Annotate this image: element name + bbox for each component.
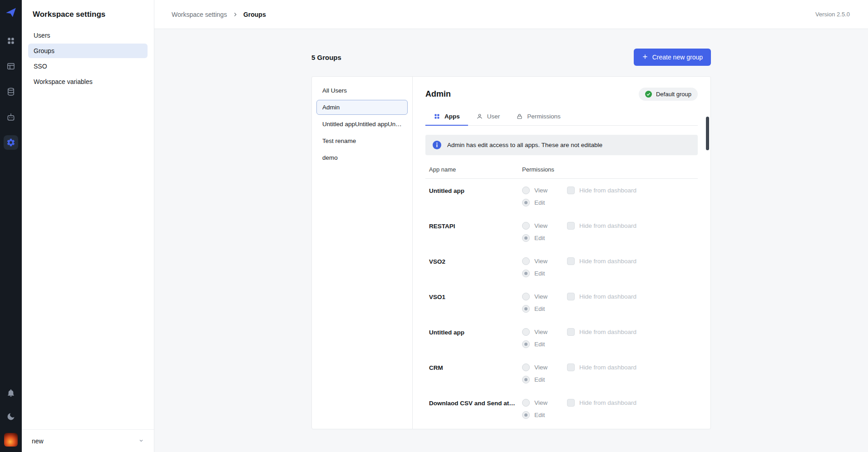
app-name: Downlaod CSV and Send attac... xyxy=(429,399,522,419)
edit-radio[interactable] xyxy=(522,234,530,242)
group-list-item[interactable]: demo xyxy=(316,150,408,165)
hide-from-dashboard-checkbox[interactable] xyxy=(567,222,575,230)
user-tab-icon xyxy=(476,113,483,120)
breadcrumb-root[interactable]: Workspace settings xyxy=(172,11,227,18)
check-circle-icon xyxy=(645,91,652,98)
create-new-group-button[interactable]: Create new group xyxy=(634,49,711,66)
hide-from-dashboard-group: Hide from dashboard xyxy=(567,187,636,194)
create-new-group-label: Create new group xyxy=(652,54,703,61)
tables-icon[interactable] xyxy=(4,59,18,74)
tab-apps[interactable]: Apps xyxy=(425,108,468,126)
sidebar-title: Workspace settings xyxy=(22,0,154,28)
view-radio[interactable] xyxy=(522,222,530,230)
permissions-cell: ViewHide from dashboardEdit xyxy=(522,328,636,348)
permissions-cell: ViewHide from dashboardEdit xyxy=(522,187,636,206)
breadcrumb-current: Groups xyxy=(243,11,266,18)
settings-sidebar: Workspace settings UsersGroupsSSOWorkspa… xyxy=(22,0,154,452)
group-name: Admin xyxy=(322,104,402,111)
view-radio[interactable] xyxy=(522,187,530,194)
apps-tab-icon xyxy=(434,113,440,120)
hide-from-dashboard-checkbox[interactable] xyxy=(567,257,575,265)
datasources-icon[interactable] xyxy=(4,84,18,99)
hide-from-dashboard-group: Hide from dashboard xyxy=(567,328,636,336)
groups-card: All UsersAdminUntitled appUntitled appUn… xyxy=(311,76,711,429)
sidebar-item-groups[interactable]: Groups xyxy=(28,44,148,58)
group-name: Untitled appUntitled appUntitle... xyxy=(322,121,402,128)
scrollbar-thumb[interactable] xyxy=(706,117,709,150)
view-label: View xyxy=(534,258,549,265)
edit-label: Edit xyxy=(534,235,549,241)
view-radio[interactable] xyxy=(522,328,530,336)
notifications-icon[interactable] xyxy=(4,386,18,400)
app-permission-row: VSO1ViewHide from dashboardEdit xyxy=(425,285,698,320)
sidebar-menu: UsersGroupsSSOWorkspace variables xyxy=(22,28,154,89)
hide-from-dashboard-checkbox[interactable] xyxy=(567,187,575,194)
view-radio[interactable] xyxy=(522,257,530,265)
info-icon xyxy=(433,141,441,149)
group-list: All UsersAdminUntitled appUntitled appUn… xyxy=(312,77,413,429)
apps-icon[interactable] xyxy=(4,34,18,48)
group-list-item[interactable]: Admin xyxy=(316,100,408,115)
edit-radio[interactable] xyxy=(522,340,530,348)
sidebar-item-workspace-variables[interactable]: Workspace variables xyxy=(28,74,148,89)
hide-from-dashboard-checkbox[interactable] xyxy=(567,399,575,407)
edit-label: Edit xyxy=(534,199,549,206)
view-radio[interactable] xyxy=(522,399,530,407)
group-detail-header: Admin Default group xyxy=(425,87,698,101)
user-avatar[interactable] xyxy=(4,433,18,447)
app-name: VSO1 xyxy=(429,293,522,313)
view-radio[interactable] xyxy=(522,364,530,371)
sidebar-item-users[interactable]: Users xyxy=(28,28,148,43)
permissions-cell: ViewHide from dashboardEdit xyxy=(522,293,636,313)
rail-nav xyxy=(4,34,18,150)
detail-tabs: Apps User Permissions xyxy=(425,108,698,126)
app-permission-row: CRMViewHide from dashboardEdit xyxy=(425,356,698,391)
plus-icon xyxy=(642,54,648,61)
group-name: demo xyxy=(322,154,402,161)
marketplace-icon[interactable] xyxy=(4,110,18,124)
edit-radio[interactable] xyxy=(522,270,530,277)
view-label: View xyxy=(534,329,549,335)
app-root: Workspace settings UsersGroupsSSOWorkspa… xyxy=(0,0,868,452)
group-list-item[interactable]: All Users xyxy=(316,83,408,98)
lock-icon xyxy=(516,113,523,120)
permissions-cell: ViewHide from dashboardEdit xyxy=(522,222,636,242)
permissions-cell: ViewHide from dashboardEdit xyxy=(522,257,636,277)
app-permission-row: VSO2ViewHide from dashboardEdit xyxy=(425,250,698,285)
groups-header: 5 Groups Create new group xyxy=(311,48,711,66)
chevron-down-icon xyxy=(138,437,144,445)
group-list-item[interactable]: Test rename xyxy=(316,133,408,148)
edit-radio[interactable] xyxy=(522,376,530,383)
app-name: VSO2 xyxy=(429,257,522,277)
sidebar-item-sso[interactable]: SSO xyxy=(28,59,148,74)
hide-from-dashboard-group: Hide from dashboard xyxy=(567,222,636,230)
tab-user[interactable]: User xyxy=(468,108,508,126)
group-detail-panel: Admin Default group Apps xyxy=(413,77,710,429)
content: 5 Groups Create new group All UsersAdmin… xyxy=(154,29,868,452)
version-label: Version 2.5.0 xyxy=(815,11,850,18)
hide-from-dashboard-group: Hide from dashboard xyxy=(567,293,636,300)
tooljet-logo[interactable] xyxy=(5,6,17,18)
hide-from-dashboard-checkbox[interactable] xyxy=(567,293,575,300)
settings-icon[interactable] xyxy=(4,135,18,150)
app-name: Untitled app xyxy=(429,328,522,348)
hide-from-dashboard-checkbox[interactable] xyxy=(567,328,575,336)
hide-from-dashboard-label: Hide from dashboard xyxy=(579,293,636,300)
col-permissions: Permissions xyxy=(522,166,554,173)
app-name: CRM xyxy=(429,364,522,383)
edit-radio[interactable] xyxy=(522,305,530,313)
info-banner-text: Admin has edit access to all apps. These… xyxy=(447,142,602,148)
group-name: All Users xyxy=(322,87,402,94)
tab-permissions[interactable]: Permissions xyxy=(508,108,569,126)
groups-count: 5 Groups xyxy=(311,54,341,61)
workspace-switcher[interactable]: new xyxy=(22,429,154,452)
hide-from-dashboard-checkbox[interactable] xyxy=(567,364,575,371)
edit-radio[interactable] xyxy=(522,199,530,206)
edit-label: Edit xyxy=(534,341,549,348)
edit-label: Edit xyxy=(534,412,549,418)
group-list-item[interactable]: Untitled appUntitled appUntitle... xyxy=(316,117,408,132)
view-radio[interactable] xyxy=(522,293,530,300)
theme-toggle-icon[interactable] xyxy=(4,409,18,424)
edit-radio[interactable] xyxy=(522,411,530,419)
view-label: View xyxy=(534,222,549,229)
